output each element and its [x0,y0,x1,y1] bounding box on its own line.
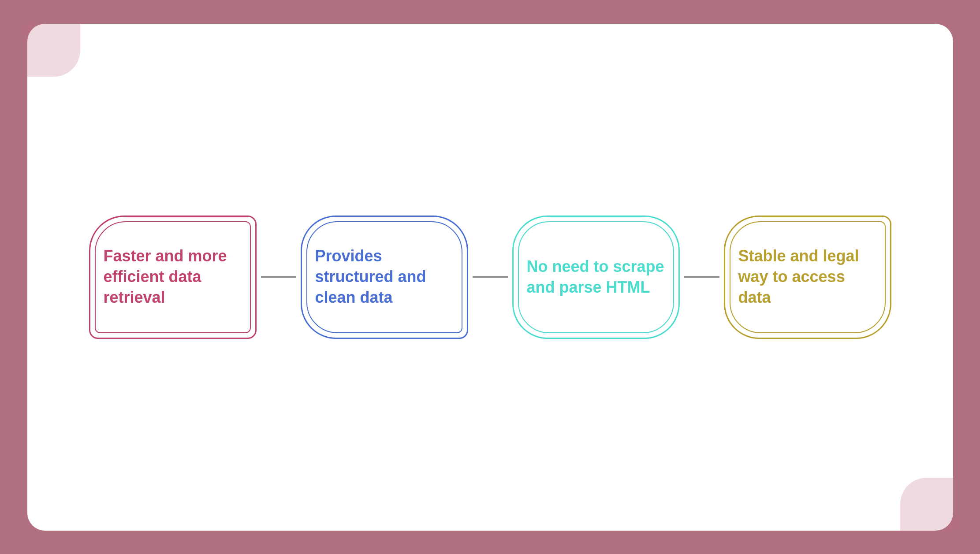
main-container: Faster and more efficient data retrieval… [27,24,953,531]
feature-card-1: Faster and more efficient data retrieval [89,216,257,339]
bg-decoration-topleft [27,24,80,77]
connector-3 [684,276,719,278]
feature-text-1: Faster and more efficient data retrieval [104,246,242,308]
feature-card-3: No need to scrape and parse HTML [512,216,680,339]
feature-card-4: Stable and legal way to access data [724,216,891,339]
feature-text-3: No need to scrape and parse HTML [527,257,665,298]
feature-card-2: Provides structured and clean data [301,216,468,339]
connector-2 [473,276,508,278]
feature-text-4: Stable and legal way to access data [738,246,877,308]
feature-text-2: Provides structured and clean data [315,246,454,308]
connector-1 [261,276,296,278]
features-container: Faster and more efficient data retrieval… [27,216,953,339]
bg-decoration-bottomright [900,478,953,531]
